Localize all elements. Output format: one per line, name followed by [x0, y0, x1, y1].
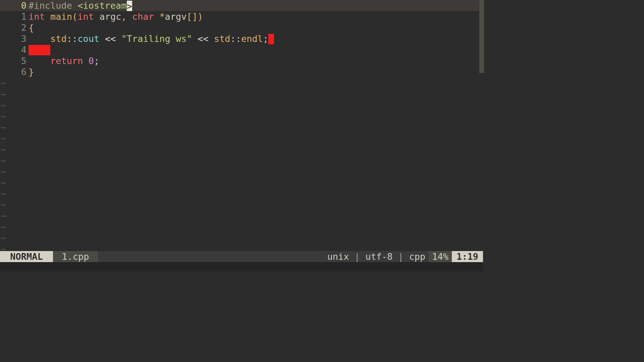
kw-char: char — [132, 11, 154, 22]
mode-indicator: NORMAL — [0, 251, 53, 262]
tilde-line: ~ — [0, 210, 483, 221]
gutter-rel: 1 — [0, 11, 29, 22]
code-line[interactable]: 3 std::cout << "Trailing ws" << std::end… — [0, 33, 483, 44]
tilde-char: ~ — [0, 144, 6, 155]
command-line[interactable] — [0, 262, 483, 272]
rbrace: } — [29, 66, 34, 77]
tilde-line: ~ — [0, 100, 483, 111]
gutter-rel: 2 — [0, 22, 29, 33]
code-line[interactable]: 2 { — [0, 22, 483, 33]
tilde-line: ~ — [0, 232, 483, 243]
code-line[interactable]: 4 — [0, 44, 483, 55]
indent — [29, 55, 50, 66]
number-zero: 0 — [89, 55, 94, 66]
angle-open: < — [77, 0, 83, 11]
indent — [29, 33, 50, 44]
tilde-line: ~ — [0, 155, 483, 166]
tilde-line: ~ — [0, 221, 483, 232]
tilde-line: ~ — [0, 77, 483, 88]
space — [127, 11, 132, 22]
scrollbar-track[interactable] — [479, 0, 483, 251]
gutter-rel: 3 — [0, 33, 29, 44]
cursor: > — [127, 1, 132, 11]
kw-return: return — [50, 55, 83, 66]
comma: , — [121, 11, 126, 22]
code-content — [29, 44, 50, 55]
argv: argv — [165, 11, 187, 22]
tilde-line: ~ — [0, 111, 483, 122]
filename-indicator: 1.cpp — [53, 251, 98, 262]
tilde-char: ~ — [0, 133, 6, 144]
lparen: ( — [72, 11, 77, 22]
gutter-rel: 6 — [0, 66, 29, 77]
tilde-char: ~ — [0, 122, 6, 133]
space — [94, 11, 99, 22]
terminal-screen: 0 #include <iostream> 1 int main(int arg… — [0, 0, 483, 272]
status-sep: | — [393, 251, 409, 262]
tilde-char: ~ — [0, 88, 6, 100]
endl: endl — [241, 33, 263, 44]
lbracket: [ — [187, 11, 192, 22]
code-line[interactable]: 6 } — [0, 66, 483, 77]
tilde-char: ~ — [0, 100, 6, 111]
trailing-ws-highlight — [268, 34, 274, 44]
space — [99, 33, 105, 44]
code-content: std::cout << "Trailing ws" << std::endl; — [29, 33, 274, 44]
status-sep: | — [349, 251, 366, 262]
gutter-rel: 4 — [0, 44, 29, 55]
tilde-char: ~ — [0, 177, 6, 188]
lshift: << — [105, 33, 116, 44]
code-content: } — [29, 66, 34, 77]
tilde-line: ~ — [0, 177, 483, 188]
code-line-current[interactable]: 0 #include <iostream> — [0, 0, 483, 11]
tilde-line: ~ — [0, 166, 483, 177]
position-indicator: 1:19 — [452, 251, 483, 262]
lshift: << — [198, 33, 209, 44]
tilde-lines: ~~~~~~~~~~~~~~~~ — [0, 77, 483, 254]
rbracket: ] — [192, 11, 198, 22]
semicolon: ; — [263, 33, 268, 44]
tilde-char: ~ — [0, 188, 6, 199]
ns-std: std — [214, 33, 230, 44]
fn-main: main — [50, 11, 72, 22]
space — [83, 55, 89, 66]
scope-op: :: — [230, 33, 241, 44]
ns-std: std — [50, 33, 67, 44]
preproc-token: #include — [29, 0, 77, 11]
space — [209, 33, 214, 44]
code-content: { — [29, 22, 34, 33]
status-fileinfo: unix | utf-8 | cpp — [324, 251, 429, 262]
semicolon: ; — [94, 55, 99, 66]
trailing-ws-highlight — [29, 45, 50, 55]
argc: argc — [99, 11, 121, 22]
fileformat: unix — [327, 251, 349, 262]
editor-viewport[interactable]: 0 #include <iostream> 1 int main(int arg… — [0, 0, 483, 251]
space — [45, 11, 50, 22]
tilde-char: ~ — [0, 166, 6, 177]
star: * — [159, 11, 165, 22]
gutter-current: 0 — [0, 0, 29, 11]
code-line[interactable]: 5 return 0; — [0, 55, 483, 66]
rparen: ) — [198, 11, 203, 22]
tilde-line: ~ — [0, 133, 483, 144]
scrollbar-thumb[interactable] — [479, 0, 484, 73]
space — [192, 33, 198, 44]
code-content: return 0; — [29, 55, 99, 66]
tilde-line: ~ — [0, 199, 483, 210]
code-line[interactable]: 1 int main(int argc, char *argv[]) — [0, 11, 483, 22]
tilde-line: ~ — [0, 144, 483, 155]
cout: cout — [77, 33, 99, 44]
tilde-char: ~ — [0, 221, 6, 232]
kw-int: int — [29, 11, 45, 22]
code-content: int main(int argc, char *argv[]) — [29, 11, 203, 22]
gutter-rel: 5 — [0, 55, 29, 66]
code-content: #include <iostream> — [29, 0, 132, 11]
filetype: cpp — [409, 251, 425, 262]
status-spacer — [98, 251, 324, 262]
tilde-char: ~ — [0, 232, 6, 243]
header-name: iostream — [83, 0, 127, 11]
tilde-char: ~ — [0, 111, 6, 122]
tilde-line: ~ — [0, 88, 483, 100]
status-line: NORMAL 1.cpp unix | utf-8 | cpp 14% 1:19 — [0, 251, 483, 262]
percent-indicator: 14% — [429, 251, 452, 262]
